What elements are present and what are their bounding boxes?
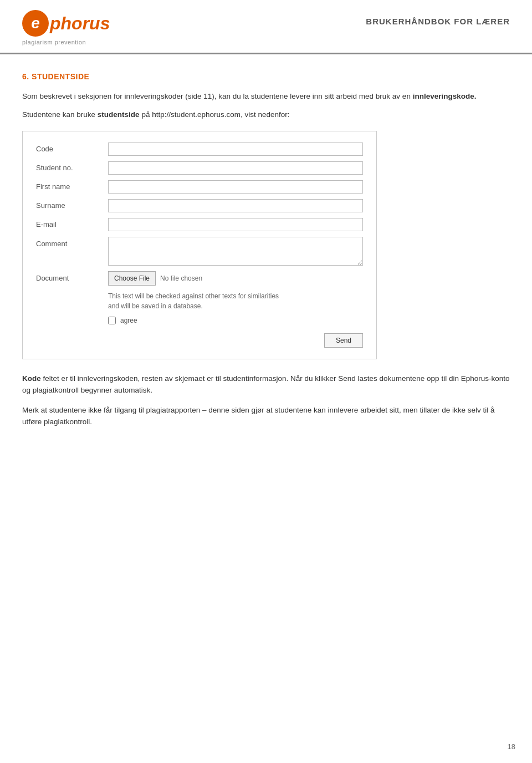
logo-circle-e: e — [22, 10, 49, 37]
input-email[interactable] — [108, 218, 363, 231]
logo-area: e phorus plagiarism prevention — [22, 10, 110, 47]
para1-bold: innleveringskode. — [413, 92, 477, 100]
logo-tagline: plagiarism prevention — [22, 38, 86, 47]
send-button[interactable]: Send — [324, 333, 363, 348]
label-comment: Comment — [36, 237, 108, 250]
logo: e phorus — [22, 10, 110, 37]
form-row-first-name: First name — [36, 180, 363, 194]
bottom-paragraph-2: Merk at studentene ikke får tilgang til … — [22, 404, 510, 428]
para2-prefix: Studentene kan bruke — [22, 110, 98, 119]
label-document: Document — [36, 273, 108, 284]
intro-paragraph-2: Studentene kan bruke studentside på http… — [22, 109, 510, 121]
label-student-no: Student no. — [36, 162, 108, 174]
bottom-para1-suffix: feltet er til innleveringskoden, resten … — [22, 374, 509, 395]
agree-checkbox[interactable] — [108, 317, 116, 324]
label-first-name: First name — [36, 181, 108, 192]
no-file-text: No file chosen — [160, 273, 202, 283]
input-surname[interactable] — [108, 199, 363, 212]
para1-text: Som beskrevet i seksjonen for innleverin… — [22, 92, 413, 100]
header-title: BRUKERHÅNDBOK FOR LÆRER — [366, 10, 510, 28]
label-email: E-mail — [36, 219, 108, 230]
form-row-student-no: Student no. — [36, 161, 363, 175]
form-row-code: Code — [36, 143, 363, 156]
page-content: 6. STUDENTSIDE Som beskrevet i seksjonen… — [0, 54, 532, 459]
agree-row: agree — [108, 316, 363, 325]
form-row-document: Document Choose File No file chosen — [36, 271, 363, 286]
para2-bold: studentside — [98, 110, 140, 119]
intro-paragraph-1: Som beskrevet i seksjonen for innleverin… — [22, 90, 510, 103]
bottom-paragraph-1: Kode feltet er til innleveringskoden, re… — [22, 373, 510, 396]
para2-link[interactable]: http://student.ephorus.com — [152, 110, 241, 119]
input-code[interactable] — [108, 143, 363, 156]
page-header: e phorus plagiarism prevention BRUKERHÅN… — [0, 0, 532, 54]
para2-suffix: , vist nedenfor: — [241, 110, 290, 119]
section-heading: 6. STUDENTSIDE — [22, 71, 510, 83]
form-row-comment: Comment — [36, 237, 363, 266]
input-student-no[interactable] — [108, 161, 363, 175]
student-form-container: Code Student no. First name Surname E-ma… — [22, 131, 377, 359]
send-button-row: Send — [36, 333, 363, 348]
label-surname: Surname — [36, 200, 108, 211]
input-first-name[interactable] — [108, 180, 363, 194]
input-comment[interactable] — [108, 237, 363, 266]
disclaimer-text: This text will be checked against other … — [108, 291, 363, 311]
form-row-email: E-mail — [36, 218, 363, 231]
logo-rest-text: phorus — [50, 10, 110, 37]
bottom-para1-bold: Kode — [22, 374, 41, 383]
para2-middle: på — [140, 110, 152, 119]
agree-label: agree — [120, 316, 137, 325]
form-row-surname: Surname — [36, 199, 363, 212]
label-code: Code — [36, 144, 108, 155]
choose-file-button[interactable]: Choose File — [108, 271, 156, 286]
